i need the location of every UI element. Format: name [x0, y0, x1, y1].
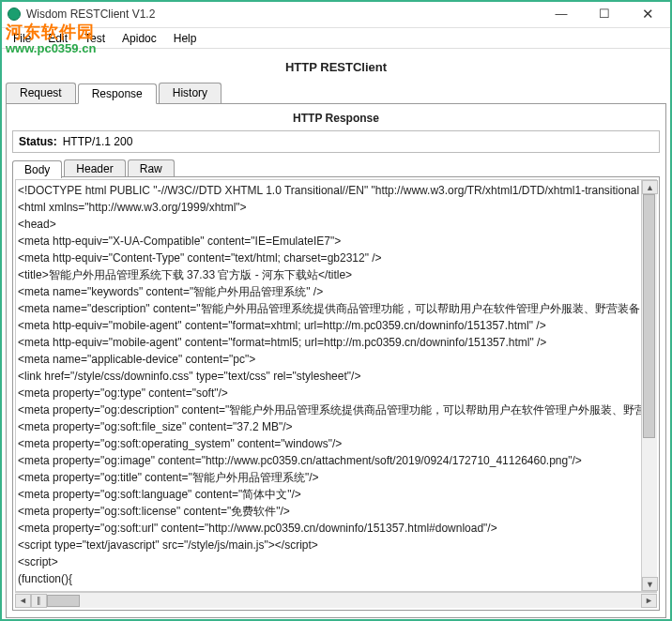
- body-line: <meta property="og:soft:language" conten…: [18, 486, 654, 503]
- body-line: <script type="text/javascript" src="/sty…: [18, 537, 654, 553]
- hscroll-track[interactable]: [47, 594, 641, 608]
- body-line: <meta http-equiv="Content-Type" content=…: [18, 250, 654, 266]
- vscroll-thumb[interactable]: [643, 194, 655, 438]
- menu-test[interactable]: Test: [77, 30, 113, 47]
- body-line: <head>: [18, 216, 654, 233]
- body-line: <meta http-equiv="X-UA-Compatible" conte…: [18, 233, 654, 250]
- menu-file[interactable]: File: [6, 30, 38, 47]
- body-line: <meta property="og:soft:url" content="ht…: [18, 520, 654, 537]
- close-button[interactable]: ✕: [634, 5, 661, 23]
- body-line: <meta name="keywords" content="智能户外用品管理系…: [18, 283, 654, 300]
- body-line: <title>智能户外用品管理系统下载 37.33 官方版 - 河东下载站</t…: [18, 266, 654, 283]
- inner-tab-header[interactable]: Header: [64, 159, 125, 177]
- tab-response[interactable]: Response: [78, 83, 157, 104]
- vscroll-track[interactable]: [642, 194, 657, 577]
- body-line: <meta property="og:soft:operating_system…: [18, 435, 654, 452]
- horizontal-scrollbar[interactable]: ◄ ‖ ►: [15, 592, 657, 608]
- inner-tab-raw[interactable]: Raw: [128, 159, 175, 177]
- vertical-scrollbar[interactable]: ▲ ▼: [641, 180, 657, 591]
- hscroll-thumb[interactable]: [47, 595, 80, 607]
- inner-tab-body[interactable]: Body: [12, 160, 62, 178]
- scroll-left-icon-2[interactable]: ‖: [31, 594, 47, 608]
- body-line: <!DOCTYPE html PUBLIC "-//W3C//DTD XHTML…: [18, 182, 654, 199]
- app-icon: [8, 8, 21, 21]
- status-label: Status:: [19, 135, 57, 148]
- response-panel: HTTP Response Status: HTTP/1.1 200 Body …: [6, 103, 666, 618]
- maximize-button[interactable]: ☐: [591, 5, 618, 23]
- menu-edit[interactable]: Edit: [40, 30, 75, 47]
- body-line: <html xmlns="http://www.w3.org/1999/xhtm…: [18, 199, 654, 216]
- scroll-right-icon[interactable]: ►: [641, 594, 657, 608]
- body-line: <meta property="og:soft:file_size" conte…: [18, 418, 654, 435]
- body-line: <link href="/style/css/downinfo.css" typ…: [18, 368, 654, 385]
- body-line: <meta property="og:type" content="soft"/…: [18, 385, 654, 401]
- response-section-title: HTTP Response: [12, 110, 660, 130]
- response-inner-tabs: Body Header Raw: [12, 159, 660, 177]
- body-line: <meta http-equiv="mobile-agent" content=…: [18, 334, 654, 351]
- body-line: <meta property="og:image" content="http:…: [18, 452, 654, 469]
- menubar: File Edit Test Apidoc Help: [0, 28, 672, 49]
- body-line: <meta name="description" content="智能户外用品…: [18, 300, 654, 317]
- window-title: Wisdom RESTClient V1.2: [26, 8, 155, 21]
- body-line: <script>: [18, 553, 654, 570]
- tab-request[interactable]: Request: [6, 83, 76, 103]
- body-line: (function(){: [18, 570, 654, 587]
- response-body-content[interactable]: <!DOCTYPE html PUBLIC "-//W3C//DTD XHTML…: [15, 179, 657, 592]
- scroll-left-icon[interactable]: ◄: [15, 594, 31, 608]
- body-line: <meta property="og:title" content="智能户外用…: [18, 469, 654, 486]
- scroll-down-icon[interactable]: ▼: [642, 577, 658, 591]
- body-line: var bp = document.createElement('script'…: [18, 587, 654, 592]
- scroll-up-icon[interactable]: ▲: [642, 180, 658, 194]
- status-value: HTTP/1.1 200: [63, 135, 133, 148]
- titlebar: Wisdom RESTClient V1.2 — ☐ ✕: [0, 0, 672, 28]
- body-line: <meta http-equiv="mobile-agent" content=…: [18, 317, 654, 334]
- body-line: <meta name="applicable-device" content="…: [18, 351, 654, 368]
- menu-apidoc[interactable]: Apidoc: [115, 30, 164, 47]
- body-line: <meta property="og:description" content=…: [18, 401, 654, 418]
- tab-history[interactable]: History: [159, 83, 221, 103]
- menu-help[interactable]: Help: [166, 30, 205, 47]
- body-line: <meta property="og:soft:license" content…: [18, 503, 654, 520]
- minimize-button[interactable]: —: [548, 5, 574, 23]
- body-panel: <!DOCTYPE html PUBLIC "-//W3C//DTD XHTML…: [12, 176, 660, 611]
- status-row: Status: HTTP/1.1 200: [12, 130, 660, 153]
- app-title: HTTP RESTClient: [6, 54, 666, 82]
- main-tabs: Request Response History: [6, 83, 666, 104]
